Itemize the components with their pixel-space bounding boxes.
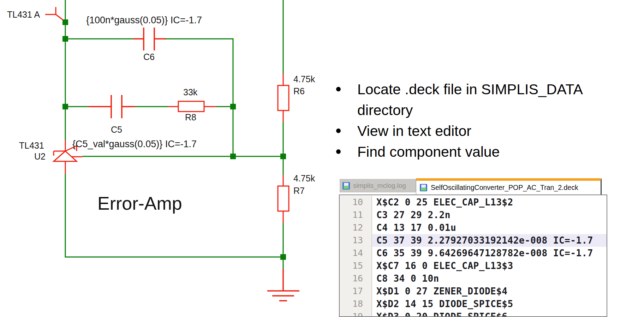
label-c6-ref: C6 [143,52,155,62]
save-file-icon [420,184,427,191]
label-r6-value: 4.75k [293,74,315,84]
wires [65,0,283,269]
bullet-dot [336,87,341,91]
line-number: 15 [340,259,372,272]
label-r6-ref: R6 [293,86,305,96]
save-file-icon [342,182,350,190]
label-r7-value: 4.75k [293,173,315,184]
note-item: View in text editor [331,121,600,142]
line-text: X$C2 0 25 ELEC_CAP_L13$2 [372,196,607,209]
line-number: 12 [340,221,372,234]
note-text: directory [357,100,583,121]
editor-line-highlighted: 13 C5 37 39 2.27927033192142e-008 IC=-1.… [340,234,607,247]
editor-line: 19 X$D3 0 20 DIODE_SPICE$6 [340,310,607,317]
note-text: Find component value [357,142,500,162]
ground-symbol [267,269,299,301]
bullet-dot [336,128,341,133]
line-text: X$C7 16 0 ELEC_CAP_L13$3 [372,259,607,272]
line-text: X$D1 0 27 ZENER_DIODE$4 [372,285,607,298]
label-u2-part: TL431 [19,140,44,151]
label-r8-value: 33k [183,87,197,97]
resistor-r7 [278,175,289,223]
line-text: C5 37 39 2.27927033192142e-008 IC=-1.7 [372,234,607,247]
editor-line: 11 C3 27 29 2.2n [340,209,607,221]
schematic-canvas [0,0,339,317]
block-title: Error-Amp [97,193,182,214]
line-number: 19 [340,310,372,317]
notes-list: Locate .deck file in SIMPLIS_DATA direct… [331,79,600,162]
label-r7-ref: R7 [293,186,305,196]
tab-deck-file[interactable]: SelfOscillatingConverter_POP_AC_Tran_2.d… [416,178,602,195]
editor-line: 14 C6 35 39 9.64269647128782e-008 IC=-1.… [340,247,607,259]
editor-line: 16 C8 34 0 10n [340,272,607,285]
bullet-dot [336,149,341,154]
editor-line: 12 C4 13 17 0.01u [340,221,607,234]
note-item: Locate .deck file in SIMPLIS_DATA direct… [331,79,600,121]
label-c5-ref: C5 [111,125,122,135]
line-text: X$D3 0 20 DIODE_SPICE$6 [372,310,607,317]
tab-simplis-mclog[interactable]: simplis_mclog.log [340,179,416,192]
line-text: X$D2 14 15 DIODE_SPICE$5 [372,298,607,310]
tab-label: simplis_mclog.log [353,182,406,190]
label-tl431a: TL431 A [7,10,40,20]
line-number: 16 [340,272,372,285]
line-number: 18 [340,298,372,310]
tab-label: SelfOscillatingConverter_POP_AC_Tran_2.d… [431,184,578,192]
label-c5-value: {C5_val*gauss(0.05)} IC=-1.7 [72,139,197,150]
deck-file-viewer[interactable]: 10 X$C2 0 25 ELEC_CAP_L13$2 11 C3 27 29 … [339,195,607,317]
note-text: View in text editor [357,121,471,142]
line-text: C3 27 29 2.2n [372,209,607,221]
line-number: 11 [340,209,372,221]
line-number: 14 [340,247,372,259]
note-text: Locate .deck file in SIMPLIS_DATA [357,79,583,100]
line-text: C4 13 17 0.01u [372,221,607,234]
resistor-r6 [278,73,289,122]
note-item: Find component value [331,142,600,162]
line-text: C6 35 39 9.64269647128782e-008 IC=-1.7 [372,247,607,259]
line-number: 13 [340,234,372,247]
editor-line: 10 X$C2 0 25 ELEC_CAP_L13$2 [340,196,607,209]
line-number: 17 [340,285,372,298]
tl431a-pin-icon [45,7,63,20]
label-c6-value: {100n*gauss(0.05)} IC=-1.7 [86,15,202,26]
editor-line: 15 X$C7 16 0 ELEC_CAP_L13$3 [340,259,607,272]
capacitor-c5 [89,95,135,118]
line-number: 10 [340,196,372,209]
label-r8-ref: R8 [185,112,196,122]
line-text: C8 34 0 10n [372,272,607,285]
editor-line: 17 X$D1 0 27 ZENER_DIODE$4 [340,285,607,298]
label-u2-ref: U2 [34,151,46,162]
capacitor-c6 [133,28,166,50]
resistor-r8 [168,101,216,112]
editor-line: 18 X$D2 14 15 DIODE_SPICE$5 [340,298,607,310]
